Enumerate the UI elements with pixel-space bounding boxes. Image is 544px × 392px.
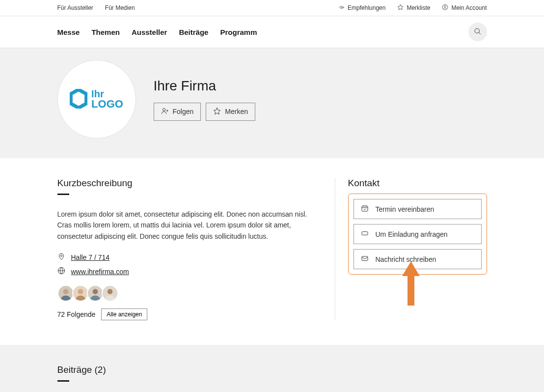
svg-rect-14 — [362, 206, 368, 211]
star-icon — [213, 107, 221, 116]
contact-heading: Kontakt — [348, 178, 487, 189]
main-nav: Messe Themen Aussteller Beiträge Program… — [0, 16, 544, 48]
nav-messe[interactable]: Messe — [57, 28, 80, 36]
svg-point-13 — [107, 289, 112, 294]
svg-point-3 — [163, 108, 165, 111]
top-bar-right: Empfehlungen Merkliste Mein Account — [338, 4, 487, 12]
link-watchlist[interactable]: Merkliste — [397, 4, 430, 12]
link-media[interactable]: Für Medien — [105, 4, 135, 11]
ticket-icon — [361, 229, 369, 239]
description-text: Lorem ipsum dolor sit amet, consectetur … — [57, 209, 320, 242]
followers-row: 72 Folgende Alle anzeigen — [57, 308, 320, 320]
description-heading: Kurzbeschreibung — [57, 178, 320, 189]
link-exhibitors[interactable]: Für Aussteller — [57, 4, 93, 11]
logo-line1: Ihr — [91, 89, 123, 99]
svg-rect-15 — [362, 256, 368, 261]
user-plus-icon — [161, 107, 169, 116]
invitation-button[interactable]: Um Einladung anfragen — [354, 224, 482, 244]
location-row: Halle 7 / 714 — [57, 252, 320, 262]
globe-icon — [57, 267, 65, 276]
account-label: Mein Account — [451, 4, 487, 11]
hero: Ihr LOGO Ihre Firma Folgen Merken — [0, 48, 544, 158]
logo-text: Ihr LOGO — [91, 89, 123, 110]
svg-point-4 — [60, 255, 62, 256]
logo-line2: LOGO — [91, 99, 123, 110]
follow-label: Folgen — [173, 108, 194, 115]
top-bar-left: Für Aussteller Für Medien — [57, 4, 135, 11]
calendar-check-icon — [361, 204, 369, 214]
top-bar: Für Aussteller Für Medien Empfehlungen M… — [0, 0, 544, 16]
recommendations-label: Empfehlungen — [348, 4, 385, 11]
avatar — [57, 285, 74, 302]
company-logo: Ihr LOGO — [57, 60, 136, 139]
svg-point-7 — [63, 289, 68, 294]
watchlist-label: Merkliste — [407, 4, 430, 11]
heading-underline — [57, 380, 69, 382]
envelope-icon — [361, 254, 369, 264]
content: Kurzbeschreibung Lorem ipsum dolor sit a… — [0, 158, 544, 345]
nav-beitraege[interactable]: Beiträge — [179, 28, 208, 36]
user-circle-icon — [442, 4, 448, 12]
posts-section: Beiträge (2) — [0, 345, 544, 392]
posts-heading: Beiträge (2) — [57, 364, 487, 375]
hexagon-icon — [70, 89, 87, 110]
website-row: www.ihrefirma.com — [57, 267, 320, 276]
search-icon — [474, 28, 482, 37]
follow-button[interactable]: Folgen — [154, 103, 201, 121]
website-link[interactable]: www.ihrefirma.com — [71, 268, 129, 276]
avatar — [87, 285, 104, 302]
bookmark-label: Merken — [225, 108, 248, 115]
contact-column: Kontakt Termin vereinbaren Um Einladung … — [335, 178, 487, 320]
appointment-button[interactable]: Termin vereinbaren — [354, 199, 482, 219]
arrow-up-icon — [401, 261, 421, 307]
avatar-group — [57, 285, 320, 302]
hand-point-icon — [338, 4, 345, 12]
hero-info: Ihre Firma Folgen Merken — [154, 78, 256, 121]
nav-aussteller[interactable]: Aussteller — [132, 28, 167, 36]
svg-point-1 — [444, 5, 446, 7]
followers-count: 72 Folgende — [57, 310, 96, 318]
heading-underline — [57, 194, 69, 195]
location-pin-icon — [57, 252, 65, 262]
nav-themen[interactable]: Themen — [91, 28, 120, 36]
svg-point-11 — [92, 289, 98, 294]
location-link[interactable]: Halle 7 / 714 — [71, 253, 110, 261]
star-icon — [397, 4, 404, 12]
avatar — [102, 285, 118, 302]
nav-links: Messe Themen Aussteller Beiträge Program… — [57, 28, 257, 36]
svg-point-9 — [78, 289, 83, 294]
show-all-button[interactable]: Alle anzeigen — [101, 308, 147, 320]
nav-programm[interactable]: Programm — [220, 28, 257, 36]
company-name: Ihre Firma — [154, 78, 256, 94]
svg-point-2 — [475, 28, 479, 33]
invitation-label: Um Einladung anfragen — [376, 230, 448, 238]
appointment-label: Termin vereinbaren — [376, 205, 435, 213]
link-account[interactable]: Mein Account — [442, 4, 487, 12]
search-button[interactable] — [468, 23, 487, 41]
bookmark-button[interactable]: Merken — [206, 103, 255, 121]
link-recommendations[interactable]: Empfehlungen — [338, 4, 385, 12]
avatar — [72, 285, 89, 302]
description-column: Kurzbeschreibung Lorem ipsum dolor sit a… — [57, 178, 335, 320]
